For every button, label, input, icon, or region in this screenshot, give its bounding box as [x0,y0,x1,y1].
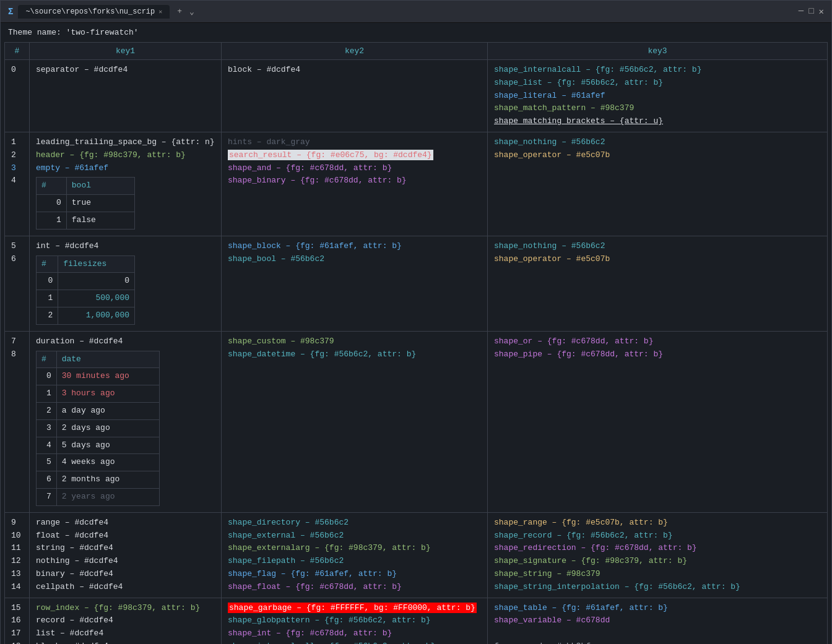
inner-cell: 2 days ago [56,419,159,437]
inner-th-num: # [37,351,57,368]
theme-line: Theme name: 'two-firewatch' [1,23,831,42]
inner-cell: 5 days ago [56,437,159,454]
inner-row: 1 500,000 [37,290,135,307]
cell-k3-r0: shape_internalcall – {fg: #56b6c2, attr:… [488,60,827,132]
titlebar: Σ ~\source\repos\forks\nu_scrip ✕ + ⌄ ─ … [1,1,831,23]
cell-k2-r0: block – #dcdfe4 [228,65,300,74]
table-row: 7 8 duration – #dcdfe4 #date 0 30 [5,331,828,512]
inner-cell: 0 [58,273,135,290]
inner-cell: 2 [37,307,58,324]
inner-row: 3 2 days ago [37,419,160,437]
theme-name-text: Theme name: 'two-firewatch' [8,28,139,37]
inner-th-num: # [37,178,67,195]
inner-cell: 0 [37,368,57,385]
inner-cell: 2 months ago [56,471,159,489]
inner-cell: false [66,212,134,229]
window-controls: ─ □ ✕ [799,6,824,17]
inner-cell: 5 [37,454,57,471]
inner-cell: 30 minutes ago [56,368,159,385]
col-header-2: key2 [222,43,488,60]
inner-cell: 6 [37,471,57,489]
inner-row: 1 false [37,212,135,229]
inner-cell: 0 [37,195,67,212]
cell-k1-r0: separator – #dcdfe4 [36,65,128,74]
date-inner-table: #date 0 30 minutes ago 1 3 hours ago [36,351,160,506]
inner-cell: 2 [37,402,57,419]
inner-row: 5 4 weeks ago [37,454,160,471]
maximize-button[interactable]: □ [808,6,813,17]
inner-cell: 1,000,000 [58,307,135,324]
tab-label: ~\source\repos\forks\nu_scrip [25,7,155,16]
inner-row: 2 1,000,000 [37,307,135,324]
inner-cell: a day ago [56,402,159,419]
filesizes-inner-table: #filesizes 0 0 1 500,000 [36,255,135,325]
garbage-highlight: shape_garbage – {fg: #FFFFFF, bg: #FF000… [228,603,477,613]
main-table: # key1 key2 key3 0 separator – #dcdfe4 b… [4,42,828,644]
inner-cell: 500,000 [58,290,135,307]
table-row: 1 2 3 4 leading_trailing_space_bg – {att… [5,132,828,236]
inner-th-num: # [37,255,58,273]
bool-inner-table: #bool 0 true 1 false [36,177,135,229]
inner-cell: 0 [37,273,58,290]
content-area: # key1 key2 key3 0 separator – #dcdfe4 b… [1,42,831,644]
minimize-button[interactable]: ─ [799,6,804,17]
inner-row: 0 true [37,195,135,212]
inner-th-bool: bool [66,178,134,195]
search-result-highlight: search_result – {fg: #e06c75, bg: #dcdfe… [228,150,433,160]
table-row: 5 6 int – #dcdfe4 #filesizes 0 0 [5,236,828,331]
inner-row: 4 5 days ago [37,437,160,454]
inner-cell: true [66,195,134,212]
inner-th-date: date [56,351,159,368]
inner-cell: 3 [37,419,57,437]
window: Σ ~\source\repos\forks\nu_scrip ✕ + ⌄ ─ … [0,0,832,644]
inner-row: 1 3 hours ago [37,385,160,403]
inner-cell: 7 [37,488,57,505]
close-button[interactable]: ✕ [819,6,824,17]
app-icon: Σ [8,7,13,17]
table-row: 0 separator – #dcdfe4 block – #dcdfe4 sh… [5,60,828,132]
inner-cell: 1 [37,385,57,403]
tab-dropdown-icon[interactable]: ⌄ [189,7,194,17]
row-num: 0 [11,65,16,74]
inner-row: 6 2 months ago [37,471,160,489]
inner-row: 0 0 [37,273,135,290]
active-tab[interactable]: ~\source\repos\forks\nu_scrip ✕ [18,5,170,19]
inner-row: 2 a day ago [37,402,160,419]
inner-cell: 4 weeks ago [56,454,159,471]
inner-row: 7 2 years ago [37,488,160,505]
inner-th-filesizes: filesizes [58,255,135,273]
col-header-3: key3 [488,43,828,60]
inner-cell: 2 years ago [56,488,159,505]
table-row: 9 10 11 12 13 14 range – #dcdfe4 float –… [5,512,828,598]
inner-cell: 4 [37,437,57,454]
tab-close-icon[interactable]: ✕ [158,8,162,15]
col-header-0: # [5,43,30,60]
inner-row: 0 30 minutes ago [37,368,160,385]
col-header-1: key1 [30,43,222,60]
inner-cell: 1 [37,212,67,229]
table-row: 15 16 17 18 row_index – {fg: #98c379, at… [5,598,828,644]
inner-cell: 3 hours ago [56,385,159,403]
inner-cell: 1 [37,290,58,307]
new-tab-button[interactable]: + [175,7,184,16]
